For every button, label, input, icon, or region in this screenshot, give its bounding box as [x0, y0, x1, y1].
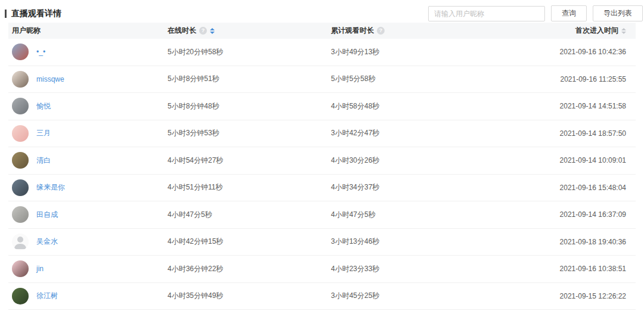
- user-nickname-link[interactable]: 田自成: [36, 210, 58, 220]
- watch-duration-cell: 4小时34分37秒: [331, 182, 510, 192]
- table-row: 清白 4小时54分钟27秒 4小时30分26秒 2021-09-14 10:09…: [8, 147, 636, 175]
- first-enter-time-cell: 2021-09-18 19:40:36: [510, 238, 636, 246]
- table-row: •_• 5小时20分钟58秒 3小时49分13秒 2021-09-16 10:4…: [8, 39, 636, 66]
- column-label: 用户昵称: [12, 26, 41, 36]
- table-row: jin 4小时36分钟22秒 4小时23分33秒 2021-09-16 10:3…: [8, 256, 636, 283]
- watch-duration-cell: 4小时30分26秒: [331, 156, 510, 166]
- first-enter-time-cell: 2021-09-14 14:51:58: [510, 102, 636, 110]
- nickname-cell: missqwe: [8, 71, 168, 88]
- nickname-cell: •_•: [8, 44, 168, 60]
- online-duration-cell: 4小时36分钟22秒: [168, 264, 331, 274]
- watch-duration-cell: 4小时47分5秒: [331, 210, 510, 220]
- watch-duration-cell: 3小时13分46秒: [331, 237, 510, 247]
- top-toolbar: 直播观看详情 查询 导出列表: [0, 0, 644, 23]
- table-row: 徐江树 4小时35分钟49秒 3小时45分25秒 2021-09-15 12:2…: [8, 283, 636, 310]
- question-circle-icon[interactable]: ?: [377, 27, 385, 35]
- search-input[interactable]: [428, 6, 545, 21]
- column-label: 累计观看时长: [331, 26, 374, 36]
- online-duration-cell: 4小时42分钟15秒: [168, 237, 331, 247]
- user-nickname-link[interactable]: missqwe: [36, 75, 64, 83]
- query-button[interactable]: 查询: [551, 5, 587, 21]
- user-nickname-link[interactable]: 三月: [36, 128, 51, 138]
- user-avatar: [12, 152, 29, 169]
- nickname-cell: 田自成: [8, 206, 168, 223]
- nickname-cell: 缘来是你: [8, 179, 168, 196]
- watch-duration-cell: 3小时49分13秒: [331, 47, 510, 57]
- user-avatar: [12, 179, 29, 196]
- viewers-table: 用户昵称 在线时长 ? 累计观看时长 ? 首次进入时间 •_• 5小时20分: [8, 23, 636, 310]
- table-row: 吴金水 4小时42分钟15秒 3小时13分46秒 2021-09-18 19:4…: [8, 229, 636, 256]
- sort-caret-icon[interactable]: [210, 28, 215, 34]
- title-accent-bar: [5, 10, 7, 18]
- user-avatar: [12, 234, 29, 250]
- first-enter-time-cell: 2021-09-14 18:57:50: [510, 129, 636, 138]
- first-enter-time-cell: 2021-09-16 10:38:51: [510, 265, 636, 273]
- user-nickname-link[interactable]: 清白: [36, 156, 51, 166]
- column-label: 在线时长: [168, 26, 196, 36]
- first-enter-time-cell: 2021-09-15 12:26:22: [510, 292, 636, 300]
- online-duration-cell: 5小时3分钟53秒: [168, 128, 331, 138]
- table-row: missqwe 5小时8分钟51秒 5小时5分58秒 2021-09-16 11…: [8, 66, 636, 94]
- user-nickname-link[interactable]: 愉悦: [36, 101, 51, 111]
- page-title: 直播观看详情: [5, 8, 61, 19]
- online-duration-cell: 4小时51分钟11秒: [168, 182, 331, 192]
- column-header-watch-duration: 累计观看时长 ?: [331, 26, 510, 36]
- user-avatar: [12, 98, 29, 114]
- page-title-text: 直播观看详情: [11, 8, 61, 19]
- first-enter-time-cell: 2021-09-14 10:09:01: [510, 156, 636, 164]
- table-body: •_• 5小时20分钟58秒 3小时49分13秒 2021-09-16 10:4…: [8, 39, 636, 310]
- nickname-cell: 愉悦: [8, 98, 168, 114]
- nickname-cell: 三月: [8, 125, 168, 142]
- nickname-cell: 徐江树: [8, 288, 168, 305]
- user-avatar: [12, 206, 29, 223]
- first-enter-time-cell: 2021-09-14 16:37:09: [510, 210, 636, 219]
- user-avatar: [12, 44, 29, 60]
- table-row: 愉悦 5小时8分钟48秒 4小时58分48秒 2021-09-14 14:51:…: [8, 93, 636, 120]
- nickname-cell: 清白: [8, 152, 168, 169]
- first-enter-time-cell: 2021-09-16 10:42:36: [510, 48, 636, 56]
- column-header-nickname: 用户昵称: [8, 26, 168, 36]
- online-duration-cell: 5小时8分钟51秒: [168, 74, 331, 84]
- export-list-button[interactable]: 导出列表: [593, 5, 643, 21]
- search-toolbar: 查询 导出列表: [428, 5, 643, 21]
- first-enter-time-cell: 2021-09-16 15:48:04: [510, 184, 636, 192]
- user-nickname-link[interactable]: jin: [36, 265, 44, 273]
- user-nickname-link[interactable]: 吴金水: [36, 237, 58, 247]
- watch-duration-cell: 4小时23分33秒: [331, 264, 510, 274]
- first-enter-time-cell: 2021-09-16 11:25:55: [510, 75, 636, 83]
- watch-duration-cell: 3小时45分25秒: [331, 291, 510, 301]
- user-avatar: [12, 125, 29, 142]
- watch-duration-cell: 5小时5分58秒: [331, 74, 510, 84]
- user-avatar: [12, 71, 29, 88]
- table-row: 三月 5小时3分钟53秒 3小时42分47秒 2021-09-14 18:57:…: [8, 120, 636, 148]
- default-avatar-person-icon: [12, 234, 29, 250]
- sort-caret-icon[interactable]: [621, 28, 626, 34]
- table-header-row: 用户昵称 在线时长 ? 累计观看时长 ? 首次进入时间: [8, 23, 636, 39]
- question-circle-icon[interactable]: ?: [199, 27, 207, 35]
- nickname-cell: 吴金水: [8, 234, 168, 250]
- online-duration-cell: 5小时20分钟58秒: [168, 47, 331, 57]
- user-nickname-link[interactable]: 缘来是你: [36, 182, 65, 192]
- watch-duration-cell: 3小时42分47秒: [331, 128, 510, 138]
- watch-duration-cell: 4小时58分48秒: [331, 101, 510, 111]
- nickname-cell: jin: [8, 260, 168, 277]
- column-header-online-duration: 在线时长 ?: [168, 26, 331, 36]
- user-avatar: [12, 260, 29, 277]
- user-nickname-link[interactable]: •_•: [36, 48, 45, 56]
- online-duration-cell: 4小时54分钟27秒: [168, 156, 331, 166]
- user-avatar: [12, 288, 29, 305]
- user-nickname-link[interactable]: 徐江树: [36, 291, 58, 301]
- online-duration-cell: 5小时8分钟48秒: [168, 101, 331, 111]
- table-row: 缘来是你 4小时51分钟11秒 4小时34分37秒 2021-09-16 15:…: [8, 175, 636, 202]
- column-header-first-enter-time: 首次进入时间: [510, 26, 636, 36]
- column-label: 首次进入时间: [575, 26, 618, 36]
- online-duration-cell: 4小时35分钟49秒: [168, 291, 331, 301]
- online-duration-cell: 4小时47分5秒: [168, 210, 331, 220]
- table-row: 田自成 4小时47分5秒 4小时47分5秒 2021-09-14 16:37:0…: [8, 201, 636, 229]
